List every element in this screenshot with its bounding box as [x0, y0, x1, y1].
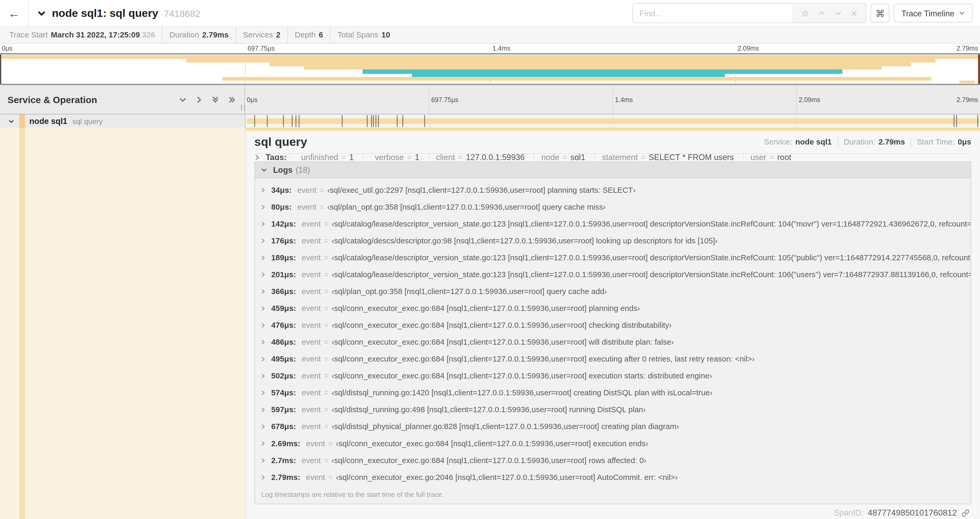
summary-label: Services	[243, 27, 273, 43]
log-timestamp: 34μs:	[271, 185, 292, 194]
locate-icon[interactable]	[802, 9, 810, 17]
log-entry[interactable]: 201μs: event = ‹sql/catalog/lease/descri…	[255, 266, 970, 283]
minimap-tick-label: 0μs	[2, 44, 13, 52]
log-marker-tick	[403, 115, 403, 127]
log-equals: =	[324, 405, 328, 414]
prev-result-icon[interactable]	[818, 10, 826, 17]
next-result-icon[interactable]	[835, 10, 842, 17]
log-equals: =	[324, 456, 328, 465]
log-marker-tick	[371, 115, 372, 127]
log-expand-chevron-icon[interactable]	[261, 288, 266, 294]
log-entry[interactable]: 80μs: event = ‹sql/plan_opt.go:358 [nsql…	[255, 198, 970, 215]
collapse-all-icon[interactable]	[211, 95, 220, 104]
log-expand-chevron-icon[interactable]	[261, 305, 266, 311]
log-entry[interactable]: 189μs: event = ‹sql/catalog/lease/descri…	[255, 249, 970, 266]
deep-link-icon[interactable]	[961, 508, 970, 517]
tag-value: 1	[349, 154, 354, 160]
log-entry[interactable]: 486μs: event = ‹sql/conn_executor_exec.g…	[255, 333, 970, 350]
log-expand-chevron-icon[interactable]	[261, 474, 266, 480]
span-collapse-chevron-icon[interactable]	[8, 118, 14, 124]
log-expand-chevron-icon[interactable]	[261, 406, 266, 413]
clear-search-icon[interactable]	[851, 10, 858, 17]
log-equals: =	[328, 473, 333, 481]
span-row-name-cell[interactable]: node sql1 sql query	[0, 115, 245, 128]
minimap-right-scrubber[interactable]	[978, 54, 980, 84]
log-entry[interactable]: 476μs: event = ‹sql/conn_executor_exec.g…	[255, 316, 970, 333]
log-field-key: event	[302, 456, 321, 465]
detail-operation-title: sql query	[255, 135, 307, 149]
log-expand-chevron-icon[interactable]	[261, 423, 266, 430]
log-expand-chevron-icon[interactable]	[261, 187, 266, 193]
log-entry[interactable]: 495μs: event = ‹sql/conn_executor_exec.g…	[255, 350, 970, 367]
minimap-left-scrubber[interactable]	[0, 54, 1, 84]
summary-item: Depth 6	[287, 27, 330, 43]
minimap-tick-label: 697.75μs	[247, 44, 275, 52]
log-expand-chevron-icon[interactable]	[261, 339, 266, 345]
logs-header[interactable]: Logs (18)	[255, 162, 970, 178]
minimap-canvas[interactable]	[0, 53, 980, 85]
log-timestamp: 459μs:	[271, 304, 296, 313]
detail-row-main: sql query Service: node sql1 Duration: 2…	[245, 128, 980, 519]
log-expand-chevron-icon[interactable]	[261, 356, 266, 362]
tag-equals: =	[341, 154, 346, 160]
back-button[interactable]: ←	[0, 0, 29, 26]
column-splitter[interactable]	[245, 85, 245, 114]
ruler-gridline	[429, 85, 429, 114]
log-entry[interactable]: 176μs: event = ‹sql/catalog/descs/descri…	[255, 232, 970, 249]
collapse-trace-chevron-icon[interactable]	[37, 9, 46, 17]
log-expand-chevron-icon[interactable]	[261, 373, 266, 379]
minimap-tick-label: 1.4ms	[492, 44, 510, 52]
tag-equals: =	[458, 154, 463, 160]
log-entry[interactable]: 2.7ms: event = ‹sql/conn_executor_exec.g…	[255, 452, 970, 469]
detail-meta-item: Start Time: 0μs	[911, 138, 971, 146]
log-expand-chevron-icon[interactable]	[261, 440, 266, 447]
log-entry[interactable]: 574μs: event = ‹sql/distsql_running.go:1…	[255, 384, 970, 401]
log-field-key: event	[302, 287, 321, 295]
log-expand-chevron-icon[interactable]	[261, 254, 266, 260]
expand-one-icon[interactable]	[195, 96, 203, 104]
log-equals: =	[324, 321, 328, 329]
detail-meta-label: Duration:	[843, 138, 875, 146]
summary-label: Depth	[295, 27, 316, 43]
log-expand-chevron-icon[interactable]	[261, 457, 266, 463]
tags-expand-chevron-icon[interactable]	[255, 154, 260, 160]
log-entry[interactable]: 142μs: event = ‹sql/catalog/lease/descri…	[255, 215, 970, 232]
log-marker-tick	[342, 115, 342, 127]
minimap-span-bar	[412, 74, 725, 77]
log-entry[interactable]: 34μs: event = ‹sql/exec_util.go:2297 [ns…	[255, 181, 970, 198]
tags-row[interactable]: Tags: _unfinished = 1 _verbose	[255, 154, 971, 160]
span-color-accent-bar	[245, 128, 980, 131]
span-row-bar-cell[interactable]	[245, 115, 980, 128]
summary-label: Total Spans	[337, 27, 378, 43]
detail-header: sql query Service: node sql1 Duration: 2…	[255, 135, 971, 149]
log-equals: =	[324, 219, 328, 228]
splitter-grip-icon[interactable]	[241, 104, 245, 111]
tag-value: sql1	[570, 154, 585, 160]
log-entry[interactable]: 459μs: event = ‹sql/conn_executor_exec.g…	[255, 300, 970, 316]
expand-all-icon[interactable]	[228, 96, 236, 104]
log-expand-chevron-icon[interactable]	[261, 322, 266, 328]
find-input[interactable]	[633, 4, 793, 22]
log-expand-chevron-icon[interactable]	[261, 237, 266, 244]
log-timestamp: 2.7ms:	[271, 456, 296, 465]
collapse-one-icon[interactable]	[179, 96, 187, 104]
trace-view-selector[interactable]: Trace Timeline	[894, 4, 972, 22]
span-service-name: node sql1	[30, 116, 67, 126]
log-entry[interactable]: 502μs: event = ‹sql/conn_executor_exec.g…	[255, 367, 970, 384]
logs-collapse-chevron-icon[interactable]	[261, 166, 267, 173]
log-expand-chevron-icon[interactable]	[261, 390, 266, 396]
log-entry[interactable]: 678μs: event = ‹sql/distsql_physical_pla…	[255, 418, 970, 435]
log-entry[interactable]: 366μs: event = ‹sql/plan_opt.go:358 [nsq…	[255, 283, 970, 300]
log-field-value: ‹sql/plan_opt.go:358 [nsql1,client=127.0…	[327, 202, 606, 211]
detail-color-stripe	[19, 128, 25, 519]
find-suffix	[793, 4, 866, 22]
log-expand-chevron-icon[interactable]	[261, 271, 266, 278]
log-entry[interactable]: 2.79ms: event = ‹sql/conn_executor_exec.…	[255, 469, 970, 485]
span-duration-bar[interactable]	[247, 118, 980, 124]
log-entry[interactable]: 2.69ms: event = ‹sql/conn_executor_exec.…	[255, 435, 970, 452]
log-expand-chevron-icon[interactable]	[261, 220, 266, 227]
keyboard-shortcuts-button[interactable]: ⌘	[871, 4, 889, 22]
span-row[interactable]: node sql1 sql query	[0, 115, 980, 128]
log-expand-chevron-icon[interactable]	[261, 204, 266, 210]
log-entry[interactable]: 597μs: event = ‹sql/distsql_running.go:4…	[255, 401, 970, 418]
